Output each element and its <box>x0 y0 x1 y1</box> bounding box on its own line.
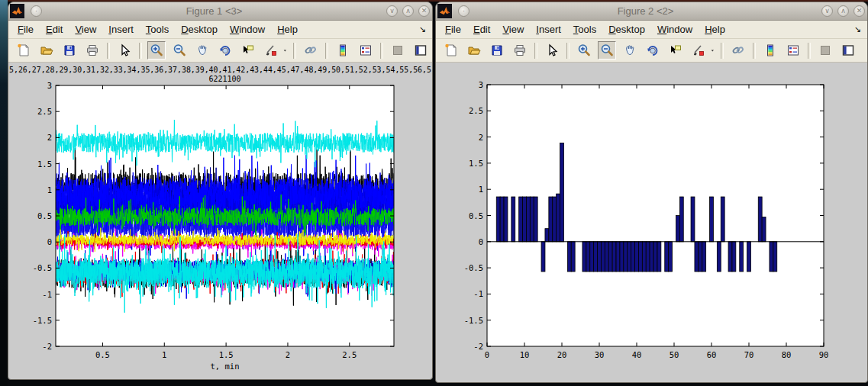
x-tick-label: 1 <box>162 350 166 359</box>
x-tick-label: 80 <box>782 350 792 359</box>
bar <box>594 242 598 272</box>
rotate-3d-icon[interactable] <box>216 41 234 60</box>
bar <box>657 242 661 272</box>
brush-icon[interactable] <box>262 41 280 60</box>
insert-legend-icon[interactable] <box>784 41 802 60</box>
insert-colorbar-icon[interactable] <box>334 41 352 60</box>
save-figure-icon[interactable] <box>60 41 79 60</box>
x-tick-label: 20 <box>557 350 567 359</box>
show-plot-tools-icon[interactable] <box>839 41 857 60</box>
menu-desktop[interactable]: Desktop <box>175 21 224 37</box>
menu-insert[interactable]: Insert <box>530 21 567 37</box>
y-tick-label: 2.5 <box>469 106 483 115</box>
menu-overflow-arrow[interactable]: ↘ <box>854 24 861 34</box>
bar <box>717 242 721 272</box>
x-tick-label: 2.5 <box>342 350 357 359</box>
link-plot-icon[interactable] <box>729 41 747 60</box>
brush-dropdown-icon[interactable] <box>282 41 290 60</box>
hide-plot-tools-icon[interactable] <box>816 41 834 60</box>
y-tick-label: 1 <box>47 185 52 195</box>
bar <box>519 197 523 242</box>
close-button[interactable]: ✕ <box>418 5 430 17</box>
edit-plot-icon[interactable] <box>543 41 561 60</box>
window-title: Figure 2 <2> <box>472 5 819 17</box>
menu-edit[interactable]: Edit <box>40 21 69 37</box>
pan-icon[interactable] <box>193 41 211 60</box>
open-file-icon[interactable] <box>465 41 483 60</box>
open-file-icon[interactable] <box>37 41 56 60</box>
menu-file[interactable]: File <box>439 21 467 37</box>
bar <box>702 242 706 272</box>
bar <box>691 197 695 242</box>
menu-window[interactable]: Window <box>224 21 271 37</box>
new-figure-icon[interactable] <box>15 41 33 60</box>
rotate-3d-icon[interactable] <box>644 41 662 60</box>
edit-plot-icon[interactable] <box>115 41 134 60</box>
menu-tools[interactable]: Tools <box>140 21 175 37</box>
toolbar-separator <box>808 43 811 59</box>
bar <box>758 197 762 242</box>
toolbar-separator <box>753 43 756 59</box>
window-menu-button[interactable]: · <box>31 5 42 17</box>
menu-edit[interactable]: Edit <box>467 21 496 37</box>
bar <box>496 197 500 242</box>
zoom-in-icon[interactable] <box>575 41 593 60</box>
toolbar-separator <box>139 43 142 59</box>
figure1-plot[interactable]: 0.511.522.5-2-1.5-1-0.500.511.522.53t, m… <box>8 61 433 380</box>
bar <box>721 197 724 242</box>
menu-view[interactable]: View <box>496 21 530 37</box>
maximize-button[interactable]: ∧ <box>837 5 849 17</box>
bar <box>612 242 616 272</box>
menu-help[interactable]: Help <box>699 21 731 37</box>
y-tick-label: 1.5 <box>469 159 483 168</box>
menu-tools[interactable]: Tools <box>567 21 602 37</box>
pan-icon[interactable] <box>621 41 639 60</box>
menu-file[interactable]: File <box>11 21 40 37</box>
bar <box>695 242 699 272</box>
bar <box>620 242 624 272</box>
print-figure-icon[interactable] <box>83 41 102 60</box>
matlab-logo-icon <box>10 4 24 18</box>
menubar: FileEditViewInsertToolsDesktopWindowHelp… <box>436 21 867 39</box>
x-tick-label: 1.5 <box>219 350 234 359</box>
insert-legend-icon[interactable] <box>357 41 375 60</box>
menu-view[interactable]: View <box>69 21 102 37</box>
menu-help[interactable]: Help <box>271 21 304 37</box>
menu-insert[interactable]: Insert <box>102 21 140 37</box>
brush-dropdown-icon[interactable] <box>710 41 718 60</box>
y-tick-label: 3 <box>479 80 483 89</box>
bar <box>586 242 590 272</box>
zoom-out-icon[interactable] <box>598 41 616 60</box>
zoom-out-icon[interactable] <box>170 41 189 60</box>
window-title: Figure 1 <3> <box>44 5 384 17</box>
zoom-in-icon[interactable] <box>147 41 166 60</box>
y-tick-label: 2.5 <box>37 107 52 116</box>
maximize-button[interactable]: ∧ <box>402 5 414 17</box>
bar <box>567 242 571 272</box>
window-menu-button[interactable]: · <box>458 5 469 17</box>
show-plot-tools-icon[interactable] <box>411 41 430 60</box>
hide-plot-tools-icon[interactable] <box>389 41 407 60</box>
minimize-button[interactable]: ∨ <box>821 5 833 17</box>
bar <box>665 242 669 272</box>
x-tick-label: 30 <box>595 350 605 359</box>
data-cursor-icon[interactable] <box>239 41 257 60</box>
link-plot-icon[interactable] <box>302 41 320 60</box>
close-button[interactable]: ✕ <box>853 5 865 17</box>
data-cursor-icon[interactable] <box>666 41 685 60</box>
menu-overflow-arrow[interactable]: ↘ <box>419 24 426 34</box>
bar <box>740 242 744 272</box>
bar <box>679 197 683 242</box>
toolbar <box>436 39 867 63</box>
menu-desktop[interactable]: Desktop <box>602 21 651 37</box>
insert-colorbar-icon[interactable] <box>761 41 779 60</box>
minimize-button[interactable]: ∨ <box>386 5 398 17</box>
bar <box>553 197 557 242</box>
menu-window[interactable]: Window <box>651 21 699 37</box>
save-figure-icon[interactable] <box>488 41 506 60</box>
bar <box>669 242 673 272</box>
brush-icon[interactable] <box>689 41 708 60</box>
new-figure-icon[interactable] <box>442 41 460 60</box>
print-figure-icon[interactable] <box>511 41 529 60</box>
figure2-plot[interactable]: 0102030405060708090-2-1.5-1-0.500.511.52… <box>436 61 867 383</box>
